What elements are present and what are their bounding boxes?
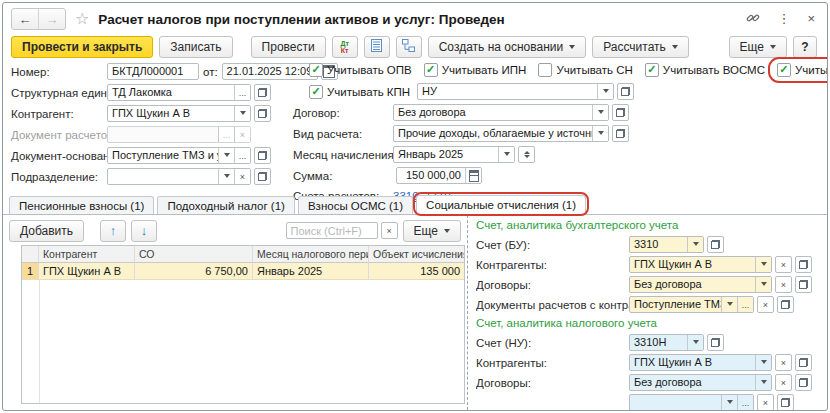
structural-unit-input[interactable]: ТД Лакомка ... [107,84,251,101]
dropdown-button[interactable] [234,106,250,121]
clear-button[interactable]: × [757,296,774,313]
choose-button[interactable]: ... [234,85,250,100]
open-button[interactable] [795,354,812,371]
document-journal-button[interactable] [364,36,390,58]
column-header[interactable]: Объект исчисления [369,246,464,263]
counterparty-cell[interactable]: ГПХ Щукин А В [39,263,135,280]
bu-contracts-input[interactable]: Без договора [629,276,772,293]
help-button[interactable]: ? [793,36,817,58]
bu-docs-input[interactable]: Поступление ТМЗ и услуг ... [629,296,754,313]
open-button[interactable] [777,394,794,411]
open-button[interactable] [254,84,271,101]
back-button[interactable]: ← [12,9,38,29]
dropdown-button[interactable] [687,335,703,350]
bu-account-input[interactable]: 3310 [629,236,704,253]
calc-base-cell[interactable]: 135 000 [369,263,464,280]
checkbox-sn[interactable]: Учитывать СН [536,62,634,78]
counterparty-input[interactable]: ГПХ Щукин А В [107,105,251,122]
choose-button[interactable]: ... [737,395,753,410]
get-link-icon[interactable] [746,11,760,28]
column-header[interactable]: СО [135,246,253,263]
open-button[interactable] [707,334,724,351]
table-row[interactable]: 1 ГПХ Щукин А В 6 750,00 Январь 2025 135… [22,263,464,280]
clear-button[interactable]: × [234,169,250,184]
tab-pension-contributions[interactable]: Пенсионные взносы (1) [9,196,154,214]
checkbox-vosms[interactable]: ✓ Учитывать ВОСМС [643,62,767,78]
dtkt-postings-button[interactable]: ДтКт [332,36,358,58]
open-button[interactable] [617,83,634,100]
open-button[interactable] [612,125,629,142]
clear-button[interactable]: × [775,276,792,293]
clear-button[interactable]: × [775,354,792,371]
dropdown-button[interactable] [218,148,234,163]
search-clear-button[interactable]: × [381,222,398,239]
kpn-account-input[interactable]: НУ [417,83,614,100]
accrual-month-input[interactable]: Январь 2025 [393,146,515,163]
dropdown-button[interactable] [755,375,771,390]
clear-button[interactable]: × [775,256,792,273]
close-icon[interactable]: × [807,12,815,26]
dropdown-button[interactable] [755,355,771,370]
calculate-button[interactable]: Рассчитать [592,36,689,58]
open-button[interactable] [777,296,794,313]
open-button[interactable] [254,147,271,164]
move-down-button[interactable]: ↓ [131,220,157,242]
open-button[interactable] [795,276,812,293]
kebab-menu-icon[interactable]: ⋮ [777,12,790,26]
open-button[interactable] [795,374,812,391]
dropdown-button[interactable] [755,277,771,292]
dropdown-button[interactable] [592,105,608,120]
forward-button[interactable]: → [38,9,65,29]
calc-type-input[interactable]: Прочие доходы, облагаемые у источника [393,125,609,142]
tab-income-tax[interactable]: Подоходный налог (1) [157,196,295,214]
nu-docs-input[interactable]: ... [629,394,754,411]
nu-contracts-input[interactable]: Без договора [629,374,772,391]
open-button[interactable] [612,104,629,121]
tab-social-deductions[interactable]: Социальные отчисления (1) [416,195,586,215]
open-button[interactable] [254,105,271,122]
add-row-button[interactable]: Добавить [9,220,84,242]
clear-button[interactable]: × [775,374,792,391]
grid-more-button[interactable]: Еще [403,220,461,242]
nu-counterparties-input[interactable]: ГПХ Щукин А В [629,354,772,371]
clear-button[interactable]: × [757,394,774,411]
nu-account-input[interactable]: 3310Н [629,334,704,351]
tax-period-cell[interactable]: Январь 2025 [253,263,369,280]
choose-button[interactable]: ... [234,148,250,163]
favorite-star-icon[interactable]: ☆ [75,11,89,27]
dropdown-button[interactable] [721,297,737,312]
contract-input[interactable]: Без договора [393,104,609,121]
create-based-on-button[interactable]: Создать на основании [428,36,587,58]
write-button[interactable]: Записать [159,36,232,58]
column-header[interactable]: Контрагент [39,246,135,263]
number-input[interactable]: БКТДЛ000001 [107,63,199,80]
dropdown-button[interactable] [218,169,234,184]
checkbox-kpn[interactable]: ✓ Учитывать КПН [307,84,412,100]
tab-osms-contributions[interactable]: Взносы ОСМС (1) [298,196,413,214]
post-and-close-button[interactable]: Провести и закрыть [11,36,153,58]
dropdown-button[interactable] [755,257,771,272]
dropdown-button[interactable] [498,147,514,162]
bu-counterparties-input[interactable]: ГПХ Щукин А В [629,256,772,273]
amount-input[interactable]: 150 000,00 [396,167,482,184]
open-button[interactable] [254,168,271,185]
calculator-button[interactable] [465,168,481,183]
search-input[interactable] [286,222,378,239]
dropdown-button[interactable] [597,84,613,99]
choose-button[interactable]: ... [737,297,753,312]
base-doc-input[interactable]: Поступление ТМЗ и услуг БКТД ... [107,147,251,164]
open-button[interactable] [795,256,812,273]
dropdown-button[interactable] [721,395,737,410]
post-button[interactable]: Провести [251,36,326,58]
checkbox-ipn[interactable]: ✓ Учитывать ИПН [422,62,529,78]
checkbox-so[interactable]: ✓ Учитывать СО [775,62,828,78]
checkbox-opv[interactable]: ✓ Учитывать ОПВ [307,62,414,78]
dropdown-button[interactable] [687,237,703,252]
dropdown-button[interactable] [592,126,608,141]
more-button[interactable]: Еще [729,36,787,58]
so-amount-cell[interactable]: 6 750,00 [135,263,253,280]
open-button[interactable] [707,236,724,253]
move-up-button[interactable]: ↑ [100,220,126,242]
department-input[interactable]: × [107,168,251,185]
column-header[interactable]: Месяц налогового периода [253,246,369,263]
